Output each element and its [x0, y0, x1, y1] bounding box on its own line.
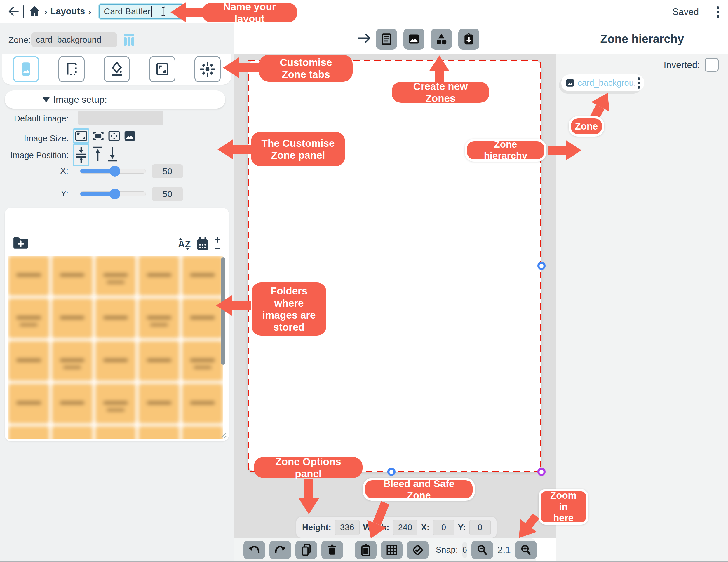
y-slider[interactable]: [80, 192, 146, 196]
x-value-box[interactable]: 50: [152, 164, 183, 178]
size-scale-icon[interactable]: [73, 128, 89, 144]
top-header: › Layouts › Card Battler Saved: [0, 0, 728, 23]
image-tile[interactable]: [182, 426, 223, 439]
toolbar-divider: [349, 542, 349, 558]
size-original-icon[interactable]: [123, 130, 137, 142]
inverted-checkbox[interactable]: [705, 58, 719, 72]
image-tile[interactable]: [138, 256, 180, 296]
zone-x-input[interactable]: 0: [433, 520, 454, 535]
zone-hierarchy-panel: Zone hierarchy Inverted: card_backgrou..…: [556, 23, 728, 562]
customise-zone-panel: Zone: card_background Image setup:: [0, 23, 234, 562]
header-menu-kebab[interactable]: [717, 6, 719, 18]
tab-fill[interactable]: [104, 56, 130, 82]
breadcrumb-layouts[interactable]: Layouts: [50, 6, 85, 17]
zone-label: Zone:: [8, 35, 31, 45]
back-button[interactable]: [6, 5, 20, 18]
image-setup-toggle[interactable]: Image setup:: [5, 91, 225, 109]
position-top-icon[interactable]: [92, 146, 104, 162]
breadcrumb-separator: ›: [44, 6, 47, 17]
zone-y-label: Y:: [458, 523, 466, 532]
tab-image[interactable]: [13, 56, 39, 82]
x-slider[interactable]: [80, 169, 146, 174]
zone-hierarchy-item[interactable]: card_backgrou...: [561, 74, 644, 91]
header-divider: [23, 5, 24, 18]
resize-handle-right[interactable]: [537, 262, 546, 270]
svg-text:AZ: AZ: [178, 239, 191, 250]
columns-icon[interactable]: [123, 33, 135, 46]
sort-order-icon[interactable]: [214, 236, 221, 252]
y-slider-thumb[interactable]: [109, 189, 120, 199]
zoom-out-button[interactable]: [471, 541, 493, 559]
resize-handle-corner[interactable]: [537, 468, 546, 476]
inverted-label: Inverted:: [663, 60, 700, 70]
zone-hierarchy-title: Zone hierarchy: [556, 23, 728, 54]
image-tile[interactable]: [95, 383, 136, 424]
x-slider-label: X:: [6, 166, 68, 176]
y-slider-label: Y:: [6, 189, 68, 199]
collapse-arrow-icon[interactable]: [357, 32, 372, 45]
add-shape-zone-button[interactable]: [431, 29, 452, 50]
height-label: Height:: [302, 523, 331, 532]
zone-y-input[interactable]: 0: [469, 520, 491, 535]
add-folder-icon[interactable]: [12, 235, 29, 250]
paste-zone-button[interactable]: [458, 29, 479, 50]
image-tile[interactable]: [95, 298, 136, 338]
image-tile[interactable]: [138, 383, 180, 424]
image-tile[interactable]: [95, 256, 136, 296]
card-zone-background[interactable]: [248, 60, 541, 472]
zone-name-input[interactable]: card_background: [31, 32, 117, 47]
width-input[interactable]: 240: [393, 520, 418, 535]
zone-item-name: card_backgrou...: [578, 78, 635, 88]
image-tile[interactable]: [182, 256, 223, 296]
image-tile[interactable]: [52, 341, 93, 381]
image-tile[interactable]: [138, 298, 180, 338]
tab-border[interactable]: [58, 56, 85, 82]
image-tile[interactable]: [138, 426, 180, 439]
sort-date-icon[interactable]: [196, 237, 210, 251]
position-center-icon[interactable]: [73, 144, 89, 166]
delete-button[interactable]: [321, 541, 343, 559]
size-fit-icon[interactable]: [92, 130, 105, 142]
grid-toggle-button[interactable]: [381, 541, 403, 559]
image-tile[interactable]: [138, 341, 180, 381]
image-tile[interactable]: [52, 256, 93, 296]
x-slider-thumb[interactable]: [109, 166, 120, 177]
tab-effects[interactable]: [194, 56, 221, 82]
add-image-zone-button[interactable]: [403, 29, 424, 50]
resize-handle-bottom[interactable]: [387, 468, 396, 476]
image-tile[interactable]: [52, 383, 93, 424]
default-image-input[interactable]: [78, 111, 163, 125]
image-tile[interactable]: [95, 341, 136, 381]
layout-name-value: Card Battler: [104, 6, 151, 16]
image-tile[interactable]: [95, 426, 136, 439]
sort-alphabetical-icon[interactable]: AZ: [177, 237, 191, 251]
image-tile[interactable]: [182, 383, 223, 424]
image-tile[interactable]: [8, 256, 49, 296]
image-tile[interactable]: [52, 298, 93, 338]
image-tile[interactable]: [182, 341, 223, 381]
zoom-level: 2.1: [497, 544, 511, 556]
image-tile[interactable]: [8, 383, 49, 424]
image-tile[interactable]: [8, 341, 49, 381]
copy-button[interactable]: [295, 541, 317, 559]
home-icon[interactable]: [28, 5, 41, 18]
image-tile[interactable]: [8, 426, 49, 439]
annotation-arrow-hierarchy: [548, 140, 581, 161]
tab-size[interactable]: [149, 56, 175, 82]
bleed-safezone-button[interactable]: [355, 541, 377, 559]
undo-button[interactable]: [243, 541, 265, 559]
height-input[interactable]: 336: [335, 520, 360, 535]
add-text-zone-button[interactable]: [376, 29, 397, 50]
snap-toggle-button[interactable]: [407, 541, 429, 559]
image-tile[interactable]: [52, 426, 93, 439]
panel-resize-handle[interactable]: [220, 432, 227, 439]
redo-button[interactable]: [269, 541, 291, 559]
image-tile-grid[interactable]: [8, 256, 223, 439]
size-stretch-icon[interactable]: [107, 130, 121, 142]
y-value-box[interactable]: 50: [152, 187, 183, 201]
snap-input[interactable]: 6: [462, 542, 467, 558]
position-bottom-icon[interactable]: [106, 146, 119, 162]
image-tile[interactable]: [8, 298, 49, 338]
ibeam-cursor-icon: [160, 5, 166, 18]
zone-item-kebab[interactable]: [638, 77, 640, 89]
